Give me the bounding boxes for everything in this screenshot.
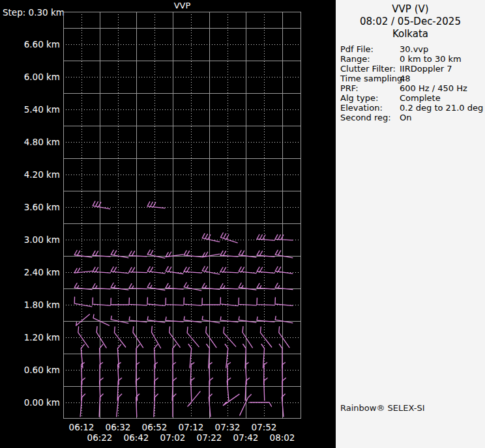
wind-barb [191, 378, 194, 401]
y-axis-label: 5.40 km [0, 104, 60, 115]
wind-barb [111, 298, 128, 305]
wind-barb [279, 344, 282, 368]
wind-barb [147, 267, 165, 273]
wind-barb [257, 267, 274, 273]
y-axis-label: 3.00 km [0, 234, 60, 245]
product-datetime: 08:02 / 05-Dec-2025 [336, 16, 485, 28]
wind-barb [115, 327, 126, 347]
wind-barb [275, 316, 293, 323]
wind-barb [129, 284, 147, 289]
x-axis-tick: 06:22 [80, 433, 120, 443]
wind-barb [261, 327, 272, 347]
wind-barb [275, 298, 293, 305]
param-value: 0.2 deg to 21.0 deg [400, 103, 484, 113]
param-value: On [400, 113, 484, 122]
wind-barb [129, 298, 147, 305]
vendor-footer: Rainbow® SELEX-SI [340, 403, 425, 413]
wind-barb [275, 267, 293, 274]
param-label: Time sampling: [340, 74, 400, 83]
x-axis-tick: 07:52 [244, 423, 284, 432]
wind-barb [93, 267, 110, 273]
x-axis-tick: 07:32 [207, 423, 248, 432]
wind-barb [184, 267, 201, 273]
param-label: Second reg: [340, 113, 400, 122]
wind-barb [239, 298, 256, 305]
param-value: IIRDoppler 7 [400, 64, 484, 74]
wind-barb [202, 266, 220, 274]
wind-barb [239, 267, 256, 273]
parameter-list: Pdf File:30.vvpRange:0 km to 30 kmClutte… [340, 44, 484, 122]
wind-barb [187, 327, 199, 346]
wind-barb [220, 268, 238, 273]
y-axis-label: 0.00 km [0, 397, 60, 408]
wind-barb [221, 233, 238, 243]
wind-barb [264, 378, 267, 401]
wind-barb [133, 327, 143, 348]
x-axis-tick: 06:42 [116, 433, 156, 443]
wind-barb [147, 202, 165, 208]
wind-barb [228, 363, 231, 384]
x-axis-tick: 07:42 [226, 433, 266, 443]
param-row: PRF:600 Hz / 450 Hz [340, 83, 484, 93]
wind-barb [202, 316, 220, 323]
height-step-label: Step: 0.30 km [3, 7, 65, 18]
wind-barb [111, 267, 128, 273]
wind-barb [166, 283, 183, 289]
site-name: Kolkata [336, 28, 485, 40]
y-axis-label: 4.20 km [0, 169, 60, 180]
wind-barb [93, 315, 110, 326]
wind-barb [74, 297, 92, 307]
wind-barb [129, 251, 147, 257]
x-axis-tick: 06:32 [98, 423, 138, 432]
param-label: Clutter Filter: [340, 64, 400, 74]
wind-barb [166, 298, 183, 305]
x-axis-tick: 08:02 [262, 433, 302, 443]
y-axis-label: 0.60 km [0, 364, 60, 376]
param-label: Elevation: [340, 103, 400, 113]
info-panel: VVP (V) 08:02 / 05-Dec-2025 Kolkata Pdf … [336, 0, 485, 448]
wind-barb [184, 283, 201, 290]
wind-barb [224, 327, 236, 346]
wind-barb [220, 251, 238, 257]
param-value: 48 [400, 74, 484, 83]
wind-barb [202, 234, 220, 242]
x-axis-tick: 06:12 [61, 423, 102, 432]
param-row: Clutter Filter:IIRDoppler 7 [340, 64, 484, 74]
wind-barb [184, 298, 201, 305]
param-label: Range: [340, 54, 400, 64]
param-row: Range:0 km to 30 km [340, 54, 484, 64]
y-axis-label: 4.80 km [0, 136, 60, 148]
y-axis-label: 3.60 km [0, 201, 60, 213]
wind-barb [257, 234, 274, 240]
wind-barb [93, 201, 110, 209]
wind-barb [76, 315, 90, 326]
x-axis-tick: 07:22 [189, 433, 229, 443]
wind-barb [129, 268, 147, 273]
param-row: Pdf File:30.vvp [340, 44, 484, 54]
chart-title: VVP [63, 1, 301, 10]
wind-barb-plot [63, 12, 301, 419]
wind-barbs [74, 201, 293, 417]
param-value: Complete [400, 93, 484, 103]
wind-barb [220, 284, 238, 289]
wind-barb [242, 327, 252, 348]
wind-barb [93, 298, 110, 305]
param-label: Alg type: [340, 93, 400, 103]
y-axis-label: 2.40 km [0, 266, 60, 278]
wind-barb [111, 316, 128, 323]
param-row: Alg type:Complete [340, 93, 484, 103]
param-value: 30.vvp [400, 44, 484, 54]
param-value: 0 km to 30 km [400, 54, 484, 64]
wind-barb [147, 298, 165, 305]
wind-barb [206, 327, 216, 348]
wind-barb [275, 234, 293, 240]
wind-barb [279, 327, 289, 348]
wind-barb [78, 327, 89, 348]
wind-barb [96, 326, 106, 348]
grid-lines [63, 12, 301, 419]
param-label: Pdf File: [340, 44, 400, 54]
wind-barb [147, 250, 165, 259]
wind-barb [169, 327, 181, 348]
wind-barb [257, 298, 274, 305]
param-row: Second reg:On [340, 113, 484, 122]
